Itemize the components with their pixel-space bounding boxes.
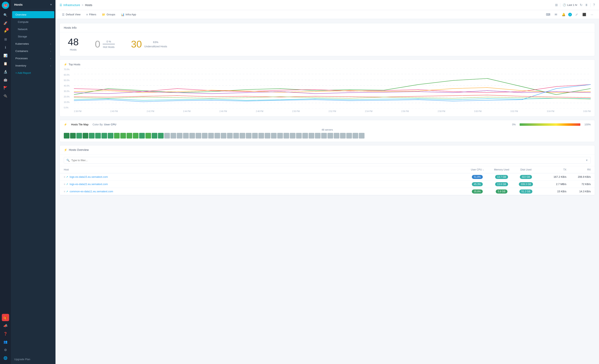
- tile-6[interactable]: [101, 133, 107, 138]
- tile-8[interactable]: [114, 133, 120, 138]
- tile-31[interactable]: [258, 133, 264, 138]
- sidebar-item-kubernetes[interactable]: Kubernetes ›: [12, 40, 54, 47]
- tile-1[interactable]: [70, 133, 76, 138]
- tile-42[interactable]: [327, 133, 333, 138]
- nav-plugins-icon[interactable]: 🔌: [2, 92, 9, 100]
- nav-experience-icon[interactable]: 🔬: [2, 68, 9, 75]
- more-options-icon[interactable]: ···: [589, 11, 595, 17]
- filter-input[interactable]: [71, 159, 584, 162]
- host-link-icon-0[interactable]: ↗: [66, 176, 68, 178]
- tile-43[interactable]: [334, 133, 339, 138]
- sidebar-item-containers[interactable]: Containers ›: [12, 48, 54, 55]
- nav-apps-icon[interactable]: 🌐: [2, 354, 9, 362]
- tile-30[interactable]: [252, 133, 258, 138]
- grid-icon[interactable]: ⊞: [555, 3, 558, 7]
- sidebar-item-processes[interactable]: Processes ›: [12, 55, 54, 62]
- nav-search-icon[interactable]: 🔍: [2, 11, 9, 19]
- nav-rocket-icon[interactable]: 🚀: [2, 19, 9, 27]
- tile-2[interactable]: [76, 133, 82, 138]
- tile-9[interactable]: [120, 133, 126, 138]
- tile-22[interactable]: [202, 133, 208, 138]
- groups-button[interactable]: 📁 Groups: [99, 12, 118, 17]
- tile-26[interactable]: [227, 133, 233, 138]
- time-range-button[interactable]: 🕐 Last 1 hr: [563, 3, 578, 7]
- nav-announce-icon[interactable]: 📣: [2, 322, 9, 329]
- nav-flag-icon[interactable]: 🚩: [2, 84, 9, 91]
- tile-10[interactable]: [127, 133, 132, 138]
- nav-help-icon[interactable]: ❓: [2, 330, 9, 337]
- nav-info-icon[interactable]: ℹ: [2, 44, 9, 51]
- tile-15[interactable]: [158, 133, 164, 138]
- infrastructure-breadcrumb[interactable]: ☰ Infrastructure: [60, 3, 80, 7]
- tile-7[interactable]: [108, 133, 113, 138]
- tile-4[interactable]: [89, 133, 95, 138]
- tile-47[interactable]: [359, 133, 364, 138]
- filters-button[interactable]: ≡ Filters: [84, 12, 99, 17]
- tile-17[interactable]: [170, 133, 176, 138]
- tile-25[interactable]: [221, 133, 226, 138]
- email-icon[interactable]: ✉: [553, 11, 559, 17]
- tile-41[interactable]: [321, 133, 327, 138]
- tile-13[interactable]: [145, 133, 151, 138]
- tile-36[interactable]: [290, 133, 295, 138]
- fullscreen-icon[interactable]: ⤢: [573, 11, 580, 17]
- tile-24[interactable]: [214, 133, 220, 138]
- app-logo[interactable]: 🐙: [2, 2, 9, 9]
- col-user-cpu[interactable]: User CPU ↓: [465, 168, 489, 171]
- filter-input-wrapper[interactable]: 🔍 ▼: [64, 157, 591, 164]
- tile-16[interactable]: [164, 133, 170, 138]
- pause-icon[interactable]: ⏸: [585, 3, 588, 7]
- sidebar-upgrade-plan[interactable]: Upgrade Plan: [11, 355, 55, 364]
- tile-14[interactable]: [152, 133, 157, 138]
- sidebar-item-network[interactable]: Network: [12, 26, 54, 33]
- tile-27[interactable]: [233, 133, 239, 138]
- nav-gift-icon[interactable]: 🎁: [2, 314, 9, 321]
- tile-21[interactable]: [196, 133, 201, 138]
- tile-5[interactable]: [95, 133, 101, 138]
- host-name-1[interactable]: logs-es-data22.eu.sematext.com: [70, 183, 108, 186]
- tile-32[interactable]: [265, 133, 270, 138]
- tile-29[interactable]: [246, 133, 252, 138]
- refresh-icon[interactable]: ↻: [580, 3, 582, 7]
- sidebar-item-inventory[interactable]: Inventory ›: [12, 62, 54, 69]
- sidebar-item-compute[interactable]: Compute: [12, 18, 54, 25]
- sidebar-add-report[interactable]: + Add Report: [12, 69, 54, 76]
- default-view-button[interactable]: ☰ Default View: [60, 12, 83, 17]
- help-icon[interactable]: ?: [593, 3, 595, 7]
- tile-39[interactable]: [308, 133, 314, 138]
- nav-synthetics-icon[interactable]: 🤖: [2, 76, 9, 83]
- host-link-icon-2[interactable]: ↗: [66, 190, 68, 193]
- nav-infrastructure-icon[interactable]: 📊: [2, 52, 9, 59]
- infra-app-button[interactable]: 📊 Infra App: [118, 12, 139, 17]
- tile-12[interactable]: [139, 133, 145, 138]
- tile-3[interactable]: [83, 133, 88, 138]
- tile-40[interactable]: [315, 133, 321, 138]
- tile-0[interactable]: [64, 133, 70, 138]
- host-link-icon-1[interactable]: ↗: [66, 183, 68, 186]
- tile-11[interactable]: [133, 133, 139, 138]
- sidebar-chevron-icon[interactable]: ▼: [50, 3, 52, 6]
- notifications-icon[interactable]: 🔔: [561, 11, 567, 17]
- nav-alert-icon[interactable]: ⚡ !: [2, 27, 9, 35]
- nav-grid-icon[interactable]: ⊞: [2, 36, 9, 43]
- tile-44[interactable]: [340, 133, 346, 138]
- tile-38[interactable]: [302, 133, 308, 138]
- nav-team-icon[interactable]: 👥: [2, 338, 9, 345]
- tile-19[interactable]: [183, 133, 189, 138]
- tile-46[interactable]: [352, 133, 358, 138]
- tile-37[interactable]: [296, 133, 302, 138]
- nav-settings-icon[interactable]: ⚙: [2, 346, 9, 354]
- keyboard-icon[interactable]: ⌨: [545, 11, 551, 17]
- tile-34[interactable]: [277, 133, 283, 138]
- sidebar-item-overview[interactable]: Overview: [12, 11, 54, 18]
- nav-logs-icon[interactable]: 📋: [2, 60, 9, 67]
- tile-45[interactable]: [346, 133, 352, 138]
- tile-28[interactable]: [239, 133, 245, 138]
- sidebar-item-storage[interactable]: Storage: [12, 33, 54, 40]
- filter-chevron-icon[interactable]: ▼: [585, 159, 588, 162]
- host-name-0[interactable]: logs-es-data15.eu.sematext.com: [70, 175, 108, 178]
- tile-35[interactable]: [283, 133, 289, 138]
- tile-18[interactable]: [177, 133, 183, 138]
- split-view-icon[interactable]: ⬛: [581, 11, 587, 17]
- tile-20[interactable]: [189, 133, 195, 138]
